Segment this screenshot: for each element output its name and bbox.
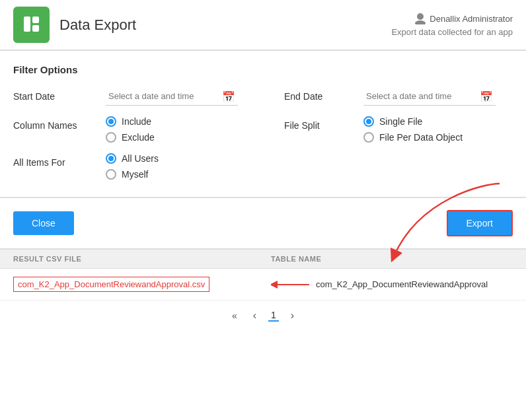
end-date-col: End Date 📅 (284, 87, 513, 106)
table-name-cell: com_K2_App_DocumentReviewandApproval (316, 279, 513, 289)
myself-radio[interactable]: Myself (106, 169, 513, 180)
file-split-col: File Split Single File File Per Data Obj… (284, 116, 513, 143)
button-section: Close Export (0, 198, 526, 249)
user-icon (415, 13, 426, 24)
start-date-input[interactable] (106, 87, 238, 106)
end-date-label: End Date (284, 87, 363, 102)
results-header: RESULT CSV FILE TABLE NAME (0, 250, 526, 269)
all-items-controls: All Users Myself (106, 153, 513, 180)
all-users-radio-circle[interactable] (106, 153, 116, 164)
file-per-object-label: File Per Data Object (379, 132, 463, 143)
include-radio[interactable]: Include (106, 116, 284, 127)
results-section: RESULT CSV FILE TABLE NAME com_K2_App_Do… (0, 250, 526, 300)
all-users-radio[interactable]: All Users (106, 153, 513, 164)
all-items-row: All Items For All Users Myself (13, 153, 513, 180)
start-date-label: Start Date (13, 87, 106, 102)
date-row: Start Date 📅 End Date 📅 (13, 87, 513, 106)
header-left: Data Export (13, 7, 136, 43)
file-per-object-radio-circle[interactable] (363, 132, 374, 143)
svg-point-0 (417, 13, 424, 20)
all-users-label: All Users (122, 153, 159, 164)
table-row: com_K2_App_DocumentReviewandApproval.csv… (0, 269, 526, 300)
file-split-controls: Single File File Per Data Object (363, 116, 463, 143)
export-button[interactable]: Export (447, 210, 513, 236)
app-description: Export data collected for an app (391, 27, 513, 37)
svg-point-1 (415, 20, 426, 24)
close-button[interactable]: Close (13, 211, 74, 235)
end-date-calendar-icon[interactable]: 📅 (480, 90, 493, 103)
end-date-input[interactable] (363, 87, 496, 106)
filter-section: Filter Options Start Date 📅 End Date 📅 C… (0, 51, 526, 197)
exclude-radio[interactable]: Exclude (106, 132, 284, 143)
myself-label: Myself (122, 169, 148, 180)
all-items-label: All Items For (13, 153, 106, 168)
pagination: « ‹ 1 › (0, 300, 526, 331)
myself-radio-circle[interactable] (106, 169, 116, 180)
start-date-wrapper: 📅 (106, 87, 238, 106)
start-date-calendar-icon[interactable]: 📅 (222, 90, 235, 103)
first-page-button[interactable]: « (228, 309, 241, 322)
include-label: Include (122, 116, 151, 127)
single-file-radio-circle[interactable] (363, 116, 374, 127)
next-page-button[interactable]: › (287, 308, 298, 323)
end-date-wrapper: 📅 (363, 87, 496, 106)
current-page: 1 (268, 310, 279, 322)
file-per-object-radio[interactable]: File Per Data Object (363, 132, 463, 143)
single-file-label: Single File (379, 116, 422, 127)
red-arrow-icon (271, 278, 311, 291)
column-names-col: Column Names Include Exclude (13, 116, 284, 143)
col1-header: RESULT CSV FILE (13, 255, 271, 263)
button-row: Close Export (0, 198, 526, 249)
table-name-row: com_K2_App_DocumentReviewandApproval (271, 278, 513, 291)
column-names-label: Column Names (13, 116, 106, 131)
column-names-controls: Include Exclude (106, 116, 284, 143)
user-info: Denallix Administrator (391, 13, 513, 24)
app-header: Data Export Denallix Administrator Expor… (0, 0, 526, 50)
include-radio-circle[interactable] (106, 116, 116, 127)
csv-file-cell: com_K2_App_DocumentReviewandApproval.csv (13, 277, 271, 292)
user-name: Denallix Administrator (430, 14, 513, 24)
app-logo (13, 7, 50, 43)
filter-title: Filter Options (13, 64, 513, 75)
csv-file-link[interactable]: com_K2_App_DocumentReviewandApproval.csv (13, 277, 209, 292)
exclude-label: Exclude (122, 132, 155, 143)
single-file-radio[interactable]: Single File (363, 116, 463, 127)
exclude-radio-circle[interactable] (106, 132, 116, 143)
prev-page-button[interactable]: ‹ (249, 308, 260, 323)
col2-header: TABLE NAME (271, 255, 513, 263)
header-right: Denallix Administrator Export data colle… (391, 13, 513, 37)
file-split-label: File Split (284, 116, 363, 131)
column-file-row: Column Names Include Exclude File Split … (13, 116, 513, 143)
app-title: Data Export (59, 17, 136, 34)
start-date-col: Start Date 📅 (13, 87, 284, 106)
